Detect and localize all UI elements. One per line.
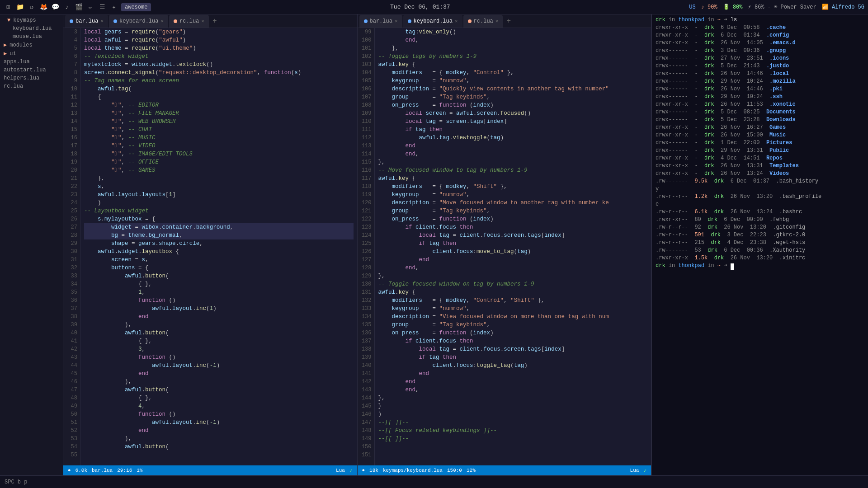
r-line-145: },	[378, 394, 648, 402]
right-tab-keyboard[interactable]: keyboard.lua ✕	[403, 15, 462, 28]
left-tab-bar-lua[interactable]: bar.lua ✕	[65, 15, 108, 28]
r-line-122: group = "Tag keybinds",	[378, 207, 648, 215]
topbar-left: ⊞ 📁 ↺ 🦊 💬 ♪ 🎬 ✏ ☰ ✦ awesome	[4, 3, 151, 12]
r-line-147: )	[378, 410, 648, 418]
left-code-content[interactable]: 34567 89101112 1314151617 1819202122 232…	[63, 28, 357, 465]
music-icon[interactable]: ♪	[62, 3, 71, 12]
term-gtkrc: .rw-r--r-- 591 drk 3 Dec 22:23 .gtkrc-2.…	[656, 231, 864, 239]
right-tab-dot-keyboard	[408, 19, 411, 23]
edit-icon[interactable]: ✏	[86, 3, 95, 12]
term-bash-history: .rw------- 9.5k drk 6 Dec 01:37 .bash_hi…	[656, 178, 864, 185]
term-fehbg: .rwxr-xr-- 80 drk 6 Dec 00:00 .fehbg	[656, 216, 864, 224]
r-line-118: awful.key {	[378, 174, 648, 183]
left-tab-bar-close[interactable]: ✕	[100, 18, 104, 24]
right-tab-bar-label: bar.lua	[370, 18, 392, 24]
r-line-101: },	[378, 44, 648, 52]
r-line-113: awful.tag.viewtoggle(tag)	[378, 134, 648, 142]
right-tab-rc[interactable]: rc.lua ✕	[463, 15, 503, 28]
folder-icon-tb[interactable]: 📁	[15, 3, 24, 12]
code-line-36: 1,	[84, 288, 354, 296]
battery-indicator: 🔋 80%	[723, 4, 743, 10]
r-line-148: --[[ ]]--	[378, 418, 648, 427]
main-area: ▼ keymaps keyboard.lua mouse.lua ▶ modul…	[0, 14, 868, 475]
left-status-ft: Lua	[336, 468, 345, 473]
r-line-120: keygroup = "numrow",	[378, 191, 648, 199]
right-tab-bar: bar.lua ✕ keyboard.lua ✕ rc.lua ✕ +	[358, 14, 651, 28]
left-status-file: bar.lua	[92, 468, 113, 473]
left-status-size: 6.0k	[75, 468, 87, 473]
left-tab-rc[interactable]: rc.lua ✕	[169, 15, 209, 28]
code-line-8: screen.connect_signal("request::desktop_…	[84, 69, 354, 77]
right-tab-add[interactable]: +	[504, 17, 514, 25]
code-line-49: { },	[84, 394, 354, 402]
sidebar-item-modules[interactable]: ▶ modules	[0, 41, 63, 49]
code-line-19: "󱎞", -- OFFICE	[84, 158, 354, 166]
term-emacsd: drwxr-xr-x - drk 26 Nov 14:05 .emacs.d	[656, 39, 864, 47]
right-status-right: Lua ✓	[630, 468, 646, 474]
terminal-panel: drk in thonkpad in ~ ➜ ls drwxr-xr-x - d…	[651, 14, 868, 475]
r-line-114: end	[378, 142, 648, 150]
apps-grid-icon[interactable]: ⊞	[4, 3, 13, 12]
code-line-38: awful.layout.inc(1)	[84, 305, 354, 313]
left-tab-rc-close[interactable]: ✕	[201, 18, 204, 24]
sidebar-item-mouse[interactable]: mouse.lua	[0, 33, 63, 41]
terminal-content[interactable]: drk in thonkpad in ~ ➜ ls drwxr-xr-x - d…	[652, 14, 868, 475]
term-config: drwxr-xr-x - drk 6 Dec 01:34 .config	[656, 32, 864, 39]
sidebar-keyboard-label: keyboard.lua	[13, 25, 52, 32]
code-line-13: "󰉋", -- FILE MANAGER	[84, 109, 354, 117]
sidebar-item-helpers[interactable]: helpers.lua	[0, 74, 63, 82]
tool-icon[interactable]: ✦	[109, 3, 118, 12]
right-tab-bar-close[interactable]: ✕	[395, 18, 398, 24]
code-line-10: awful.tag(	[84, 85, 354, 93]
refresh-icon[interactable]: ↺	[27, 3, 36, 12]
left-line-numbers: 34567 89101112 1314151617 1819202122 232…	[63, 28, 80, 465]
sidebar-item-rc[interactable]: rc.lua	[0, 82, 63, 90]
sidebar-item-apps[interactable]: apps.lua	[0, 58, 63, 66]
code-line-55: awful.button(	[84, 443, 354, 451]
sidebar-item-autostart[interactable]: autostart.lua	[0, 66, 63, 74]
right-code-pane: 99100101102103 104105106107108 109110111…	[358, 28, 651, 465]
code-line-40: ),	[84, 321, 354, 329]
left-tab-keyboard[interactable]: keyboard.lua ✕	[109, 15, 168, 28]
r-line-133: modifiers = { modkey, "Control", "Shift"…	[378, 296, 648, 305]
term-pki: drwx------ - drk 26 Nov 14:46 .pki	[656, 85, 864, 93]
term-xonotic: drwxr-xr-x - drk 26 Nov 11:53 .xonotic	[656, 101, 864, 108]
r-line-142: end	[378, 370, 648, 378]
term-bash-profile: .rw-r--r-- 1.2k drk 26 Nov 13:20 .bash_p…	[656, 193, 864, 201]
sidebar-mouse-label: mouse.lua	[13, 33, 42, 40]
code-line-44: function ()	[84, 353, 354, 361]
list-icon[interactable]: ☰	[98, 3, 107, 12]
code-line-31: awful.widget.layoutbox {	[84, 248, 354, 256]
r-line-119: modifiers = { modkey, "Shift" },	[378, 183, 648, 191]
left-status-pct: 1%	[137, 468, 142, 473]
sidebar-item-ui[interactable]: ▶ ui	[0, 49, 63, 58]
firefox-icon[interactable]: 🦊	[39, 3, 48, 12]
video-icon[interactable]: 🎬	[74, 3, 83, 12]
right-code-content[interactable]: 99100101102103 104105106107108 109110111…	[358, 28, 651, 465]
right-tab-rc-close[interactable]: ✕	[495, 18, 499, 24]
right-status-check: ✓	[643, 468, 646, 474]
sidebar-item-keyboard[interactable]: keyboard.lua	[0, 24, 63, 33]
sidebar-item-keymaps[interactable]: ▼ keymaps	[0, 16, 63, 24]
right-status-size: 18k	[369, 468, 378, 473]
right-tab-bar[interactable]: bar.lua ✕	[359, 15, 402, 28]
left-tab-keyboard-close[interactable]: ✕	[160, 18, 164, 24]
right-code-lines[interactable]: tag:view_only() end, }, -- Toggle tags b…	[375, 28, 651, 465]
code-line-11: {	[84, 93, 354, 101]
right-tab-keyboard-close[interactable]: ✕	[455, 18, 458, 24]
right-tab-keyboard-label: keyboard.lua	[414, 18, 453, 24]
left-status-right: Lua ✓	[336, 468, 352, 474]
left-status-indicator: ●	[68, 468, 71, 473]
chat-icon[interactable]: 💬	[51, 3, 60, 12]
code-line-22: s,	[84, 183, 354, 191]
code-line-54: ),	[84, 435, 354, 443]
code-line-50: 4,	[84, 402, 354, 410]
r-line-131: -- Toggle focused window on tag by numbe…	[378, 280, 648, 288]
left-editor-pane: bar.lua ✕ keyboard.lua ✕ rc.lua ✕ +	[63, 14, 358, 475]
right-status-file: keymaps/keyboard.lua	[383, 468, 443, 473]
left-tab-add[interactable]: +	[210, 17, 220, 25]
awesome-tag[interactable]: awesome	[121, 3, 151, 11]
code-line-4: local awful = require("awful")	[84, 36, 354, 44]
term-games: drwxr-xr-x - drk 26 Nov 16:27 Games	[656, 124, 864, 131]
left-code-lines[interactable]: local gears = require("gears") local awf…	[80, 28, 357, 465]
